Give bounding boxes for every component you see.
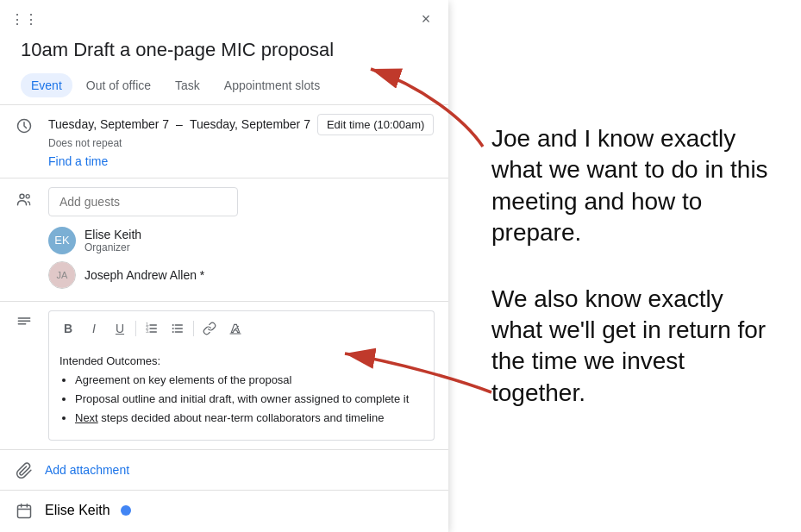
end-date: Tuesday, September 7 xyxy=(190,117,310,131)
guest-name-elise: Elise Keith xyxy=(84,228,141,241)
dialog-header: ⋮⋮ × xyxy=(0,0,448,34)
date-separator: – xyxy=(176,117,183,131)
datetime-content: Tuesday, September 7 – Tuesday, Septembe… xyxy=(48,114,435,169)
drag-handle-icon: ⋮⋮ xyxy=(10,11,38,28)
list-item-3: Next steps decided about near-term colla… xyxy=(75,410,423,426)
link-button[interactable] xyxy=(197,316,222,341)
guest-role-elise: Organizer xyxy=(84,241,141,253)
list-item-3-rest: steps decided about near-term collaborat… xyxy=(98,411,385,424)
tab-event[interactable]: Event xyxy=(21,73,72,97)
repeat-text: Does not repeat xyxy=(48,137,435,149)
guest-item-elise: EK Elise Keith Organizer xyxy=(48,223,435,258)
svg-text:3.: 3. xyxy=(146,329,149,334)
find-time-link[interactable]: Find a time xyxy=(48,154,108,168)
tabs-row: Event Out of office Task Appointment slo… xyxy=(0,70,448,104)
guest-item-joseph: JA Joseph Andrew Allen * xyxy=(48,258,435,292)
guests-content: EK Elise Keith Organizer JA Joseph Andre… xyxy=(48,187,435,292)
add-guests-input[interactable] xyxy=(48,187,238,216)
description-list: Agreement on key elements of the proposa… xyxy=(59,372,423,427)
tab-out-of-office[interactable]: Out of office xyxy=(76,73,161,97)
date-time-row: Tuesday, September 7 – Tuesday, Septembe… xyxy=(48,114,435,135)
svg-point-1 xyxy=(20,194,24,198)
ordered-list-button[interactable]: 1. 2. 3. xyxy=(140,316,164,341)
tab-task[interactable]: Task xyxy=(165,73,210,97)
avatar-elise: EK xyxy=(48,227,76,254)
text-icon xyxy=(14,312,34,333)
formatting-toolbar: B I U 1. 2. 3. xyxy=(48,310,435,346)
svg-point-6 xyxy=(172,324,174,326)
event-dialog: ⋮⋮ × 10am Draft a one-page MIC proposal … xyxy=(0,0,448,532)
underline-button[interactable]: U xyxy=(108,316,132,341)
svg-point-8 xyxy=(172,331,174,333)
close-button[interactable]: × xyxy=(414,7,438,31)
unordered-list-button[interactable] xyxy=(166,316,190,341)
guest-name-joseph: Joseph Andrew Allen * xyxy=(84,268,204,282)
list-item-3-text: Next xyxy=(75,411,98,424)
start-date: Tuesday, September 7 xyxy=(48,117,169,131)
toolbar-divider-1 xyxy=(135,321,136,336)
datetime-section: Tuesday, September 7 – Tuesday, Septembe… xyxy=(0,105,448,178)
italic-button[interactable]: I xyxy=(82,316,106,341)
guests-section: EK Elise Keith Organizer JA Joseph Andre… xyxy=(0,178,448,301)
attachment-row[interactable]: Add attachment xyxy=(0,450,448,490)
clock-icon xyxy=(14,116,34,136)
description-content: B I U 1. 2. 3. xyxy=(48,310,435,441)
people-icon xyxy=(14,189,34,210)
list-item-2: Proposal outline and initial draft, with… xyxy=(75,391,423,407)
paperclip-icon xyxy=(14,460,34,481)
edit-time-button[interactable]: Edit time (10:00am) xyxy=(317,114,434,135)
toolbar-divider-2 xyxy=(193,321,194,336)
guest-details-joseph: Joseph Andrew Allen * xyxy=(84,268,204,282)
attachment-label: Add attachment xyxy=(45,463,129,477)
svg-point-2 xyxy=(26,194,29,197)
annotation-text-2: We also know exactly what we'll get in r… xyxy=(491,284,775,410)
avatar-joseph: JA xyxy=(48,261,76,289)
description-area[interactable]: Intended Outcomes: Agreement on key elem… xyxy=(48,346,435,441)
svg-rect-10 xyxy=(18,505,31,517)
list-item-1: Agreement on key elements of the proposa… xyxy=(75,372,423,388)
guest-details-elise: Elise Keith Organizer xyxy=(84,228,141,253)
annotation-panel: Joe and I know exactly what we want to d… xyxy=(466,0,801,532)
clear-format-button[interactable] xyxy=(223,316,247,341)
calendar-icon xyxy=(14,501,34,522)
description-heading: Intended Outcomes: xyxy=(59,354,423,367)
tab-appointment-slots[interactable]: Appointment slots xyxy=(214,73,330,97)
calendar-color-dot xyxy=(121,505,131,516)
annotation-text-1: Joe and I know exactly what we want to d… xyxy=(491,123,775,249)
title-area: 10am Draft a one-page MIC proposal xyxy=(0,34,448,70)
bold-button[interactable]: B xyxy=(56,316,80,341)
event-title: 10am Draft a one-page MIC proposal xyxy=(21,38,428,63)
description-section: B I U 1. 2. 3. xyxy=(0,302,448,449)
svg-point-7 xyxy=(172,328,174,329)
calendar-owner-name: Elise Keith xyxy=(45,503,110,518)
calendar-row: Elise Keith xyxy=(0,491,448,530)
